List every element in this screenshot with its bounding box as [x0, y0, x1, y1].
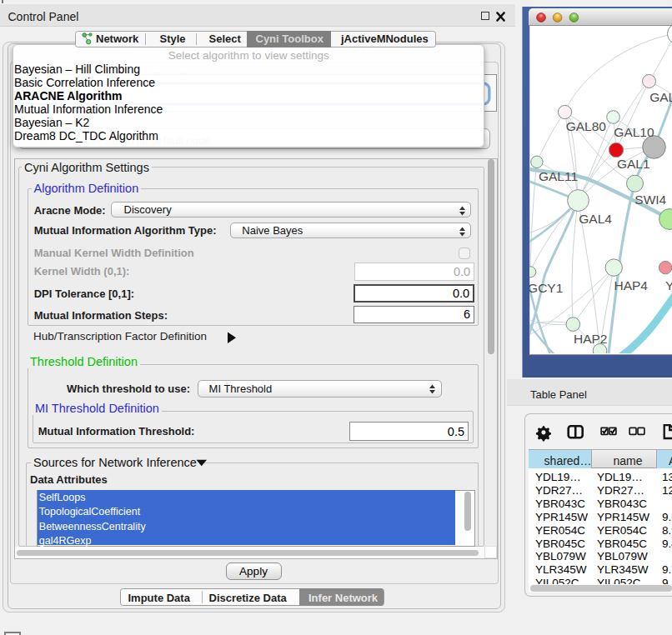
svg-text:GCY1: GCY1 — [529, 281, 563, 295]
svg-text:GAL1: GAL1 — [616, 156, 649, 170]
svg-text:GAL11: GAL11 — [538, 168, 577, 182]
svg-text:HAP4: HAP4 — [614, 278, 648, 292]
svg-text:YJ: YJ — [665, 278, 672, 292]
svg-text:SWI4: SWI4 — [634, 192, 666, 207]
svg-text:GAL80: GAL80 — [565, 119, 606, 133]
svg-text:GAL4: GAL4 — [579, 212, 612, 226]
svg-text:GAL8: GAL8 — [649, 89, 672, 103]
svg-text:GAL10: GAL10 — [614, 125, 654, 139]
svg-text:HAP2: HAP2 — [573, 332, 607, 346]
